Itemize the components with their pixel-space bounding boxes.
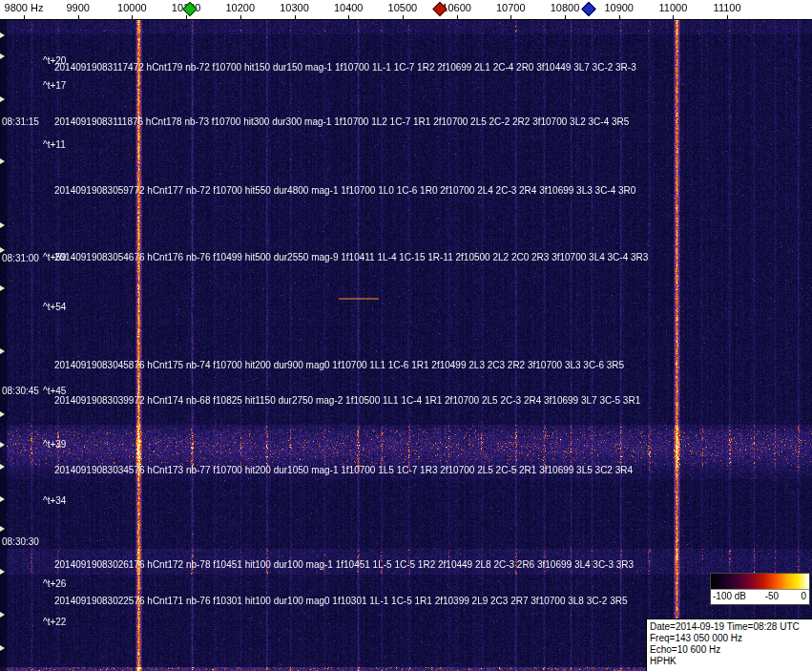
log-line: 20140919083034576 hCnt173 nb-77 f10700 h…: [54, 465, 633, 475]
freq-tick-label: 10800: [551, 2, 580, 13]
freq-tick: [510, 15, 511, 19]
freq-tick: [240, 15, 241, 19]
freq-tick: [457, 15, 458, 19]
freq-tick: [24, 15, 25, 19]
time-offset-mark: ^t+11: [43, 139, 66, 150]
db-scale-legend: -100 dB -50 0: [710, 573, 810, 605]
freq-tick: [673, 15, 674, 19]
log-line: 20140919083045876 hCnt175 nb-74 f10700 h…: [54, 360, 624, 370]
db-min-label: -100 dB: [713, 591, 746, 601]
time-offset-mark: ^t+39: [43, 439, 66, 450]
time-tick-icon: [0, 496, 5, 502]
log-line: 20140919083117472 hCnt179 nb-72 f10700 h…: [54, 62, 636, 73]
spectrogram-app: 9800 Hz990010000101001020010300104001050…: [0, 0, 812, 671]
time-tick-icon: [0, 222, 5, 228]
info-box: Date=2014-09-19 Time=08:28 UTC Freq=143 …: [646, 619, 812, 671]
freq-tick-label: 10700: [496, 2, 526, 13]
time-offset-mark: ^t+22: [43, 617, 66, 627]
freq-tick-label: 10500: [388, 2, 418, 13]
log-line: 20140919083039972 hCnt174 nb-68 f10825 h…: [54, 395, 640, 406]
time-tick-icon: [0, 53, 5, 59]
freq-tick-label: 10000: [117, 2, 147, 13]
log-line: 20140919083111876 hCnt178 nb-73 f10700 h…: [54, 116, 629, 127]
freq-tick: [565, 15, 566, 19]
time-tick-icon: [0, 96, 5, 102]
time-tick-icon: [0, 285, 5, 291]
log-line: 20140919083054676 hCnt176 nb-76 f10499 h…: [54, 252, 648, 262]
time-tick-icon: [0, 348, 5, 354]
db-gradient-bar: [711, 574, 809, 590]
time-tick-icon: [0, 612, 5, 618]
freq-tick: [619, 15, 620, 19]
time-tick-icon: [0, 158, 5, 164]
info-echo: Echo=10 600 Hz: [650, 644, 812, 656]
time-tick-icon: [0, 411, 5, 417]
time-offset-mark: ^t+54: [43, 302, 66, 312]
time-tick-icon: [0, 569, 5, 575]
freq-tick-label: 11100: [714, 2, 741, 13]
log-line: 20140919083059772 hCnt177 nb-72 f10700 h…: [54, 185, 635, 196]
time-tick-icon: [0, 442, 5, 448]
freq-tick-label: 10400: [334, 2, 364, 13]
time-tick-icon: [0, 464, 5, 470]
db-max-label: 0: [801, 591, 806, 601]
time-offset-mark: ^t+34: [43, 495, 66, 506]
freq-tick: [186, 15, 187, 19]
freq-tick: [403, 15, 404, 19]
freq-tick: [78, 15, 79, 19]
time-label: 08:31:00: [2, 253, 39, 263]
freq-tick-label: 10900: [604, 2, 634, 13]
freq-tick-label: 9900: [66, 2, 89, 13]
time-offset-mark: ^t+45: [43, 386, 66, 396]
info-date-time: Date=2014-09-19 Time=08:28 UTC: [650, 621, 812, 633]
log-line: 20140919083022576 hCnt171 nb-76 f10301 h…: [54, 596, 627, 606]
time-offset-mark: ^t+59: [43, 252, 66, 262]
info-station: HPHK: [650, 656, 812, 667]
freq-tick: [727, 15, 728, 19]
time-tick-icon: [0, 247, 5, 253]
freq-tick: [295, 15, 296, 19]
log-line: 20140919083026176 hCnt172 nb-78 f10451 h…: [54, 559, 634, 570]
time-offset-mark: ^t+26: [43, 578, 66, 589]
freq-tick: [348, 15, 349, 19]
waterfall-overlays: 20140919083117472 hCnt179 nb-72 f10700 h…: [0, 19, 812, 671]
db-mid-label: -50: [765, 591, 779, 601]
freq-tick-label: 10200: [226, 2, 256, 13]
waterfall-area: 20140919083117472 hCnt179 nb-72 f10700 h…: [0, 19, 812, 671]
info-frequency: Freq=143 050 000 Hz: [650, 633, 812, 644]
time-tick-icon: [0, 526, 5, 532]
time-label: 08:31:15: [2, 116, 39, 127]
freq-tick: [132, 15, 133, 19]
time-label: 08:30:30: [2, 536, 39, 547]
time-tick-icon: [0, 32, 5, 38]
time-tick-icon: [0, 645, 5, 651]
time-offset-mark: ^t+20: [43, 55, 66, 66]
freq-tick-label: 11000: [659, 2, 688, 13]
time-label: 08:30:45: [2, 386, 39, 396]
freq-tick-label: 9800 Hz: [5, 2, 44, 13]
freq-tick-label: 10300: [280, 2, 309, 13]
db-scale-labels: -100 dB -50 0: [711, 590, 809, 604]
blue-marker-icon[interactable]: [581, 2, 596, 17]
time-offset-mark: ^t+17: [43, 80, 66, 91]
frequency-ruler: 9800 Hz990010000101001020010300104001050…: [0, 0, 812, 20]
